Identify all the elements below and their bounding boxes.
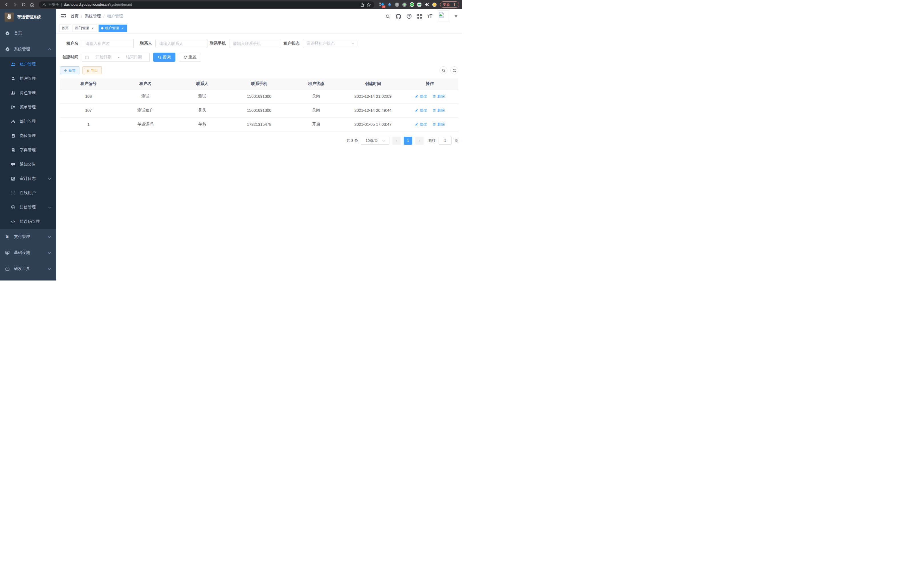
chevron-down-icon <box>48 177 51 180</box>
system-management-submenu: 租户管理 用户管理 角色管理 菜单管理 部门管理 岗位管理 <box>0 57 56 229</box>
browser-chrome: 不安全 dashboard.yudao.iocoder.cn/system/te… <box>0 0 462 9</box>
delete-button[interactable]: 删除 <box>433 94 445 99</box>
sidebar-group-payment[interactable]: ¥ 支付管理 <box>0 229 56 245</box>
cell-actions: 修改 删除 <box>401 103 458 117</box>
shield-icon <box>10 205 15 210</box>
start-date-input[interactable]: 开始日期 <box>91 55 116 60</box>
sidebar-item-dict-management[interactable]: 字典管理 <box>0 143 56 157</box>
bookmark-star-icon[interactable] <box>367 3 371 7</box>
sidebar-item-online-users[interactable]: 在线用户 <box>0 186 56 200</box>
header-search-icon[interactable] <box>386 14 390 19</box>
add-button[interactable]: 新增 <box>60 66 80 74</box>
share-icon[interactable] <box>360 3 364 7</box>
table-row: 108 测试 测试 15601691300 关闭 2021-12-14 21:0… <box>60 89 458 103</box>
search-button[interactable]: 搜索 <box>153 53 176 62</box>
contact-input[interactable] <box>155 39 207 48</box>
sidebar-item-sms-management[interactable]: 短信管理 <box>0 200 56 214</box>
browser-update-button[interactable]: 更新 ⋮ <box>440 2 459 8</box>
fullscreen-icon[interactable] <box>417 14 422 19</box>
close-tab-icon[interactable]: × <box>121 26 124 30</box>
cell-tenant-id: 1 <box>60 117 117 131</box>
goto-label: 前往 <box>428 138 436 143</box>
next-page-button[interactable]: › <box>415 137 424 145</box>
sidebar-group-dev-tools[interactable]: 研发工具 <box>0 261 56 277</box>
extension-icon[interactable] <box>417 3 422 7</box>
goto-page-input[interactable] <box>439 137 452 145</box>
sidebar-toggle-icon[interactable] <box>61 14 66 19</box>
breadcrumb-item[interactable]: 首页 <box>70 14 79 19</box>
extension-icon[interactable]: Y <box>410 2 414 7</box>
tenant-name-input[interactable] <box>82 39 134 48</box>
sidebar-item-audit-log[interactable]: 审计日志 <box>0 171 56 186</box>
tab-tenant-management[interactable]: 租户管理 × <box>99 25 127 32</box>
sidebar-group-infrastructure[interactable]: 基础设施 <box>0 245 56 261</box>
extension-icon[interactable] <box>432 3 436 7</box>
download-icon <box>86 69 89 72</box>
tab-dept-management[interactable]: 部门管理 × <box>73 25 97 32</box>
prev-page-button[interactable]: ‹ <box>392 137 401 145</box>
refresh-table-button[interactable] <box>450 66 458 74</box>
cell-mobile: 15601691300 <box>231 103 287 117</box>
breadcrumb-item[interactable]: 系统管理 <box>85 14 101 19</box>
app-logo[interactable]: 芋道管理系统 <box>0 9 56 25</box>
browser-home-icon[interactable] <box>28 1 36 8</box>
cell-mobile: 17321315478 <box>231 117 287 131</box>
chevron-down-icon <box>48 267 51 270</box>
cell-status: 开启 <box>288 117 345 131</box>
edit-button[interactable]: 修改 <box>415 108 427 113</box>
help-icon[interactable]: ? <box>406 14 412 19</box>
close-tab-icon[interactable]: × <box>91 26 94 30</box>
sidebar-group-system-management[interactable]: 系统管理 <box>0 41 56 57</box>
table-row: 107 测试租户 秃头 15601691300 关闭 2021-12-14 20… <box>60 103 458 117</box>
extension-icon[interactable]: ⌘ <box>395 3 399 7</box>
avatar[interactable] <box>438 11 449 22</box>
github-icon[interactable] <box>396 14 401 19</box>
end-date-input[interactable]: 结束日期 <box>121 55 147 60</box>
mobile-input[interactable] <box>229 39 281 48</box>
avatar-dropdown-icon[interactable] <box>454 15 458 17</box>
status-select[interactable]: 请选择租户状态 <box>303 39 357 48</box>
browser-forward-icon[interactable] <box>11 1 19 8</box>
cell-created: 2021-01-05 17:03:47 <box>345 117 401 131</box>
tab-home[interactable]: 首页 <box>59 25 71 32</box>
show-search-button[interactable] <box>440 66 447 74</box>
extension-icon[interactable] <box>424 2 429 7</box>
browser-address-bar[interactable]: 不安全 dashboard.yudao.iocoder.cn/system/te… <box>39 2 374 8</box>
edit-button[interactable]: 修改 <box>415 94 427 99</box>
sidebar-item-menu-management[interactable]: 菜单管理 <box>0 100 56 114</box>
sidebar-item-post-management[interactable]: 岗位管理 <box>0 129 56 143</box>
extension-icon[interactable] <box>402 3 406 7</box>
edit-button[interactable]: 修改 <box>415 122 427 127</box>
sidebar-item-dept-management[interactable]: 部门管理 <box>0 114 56 129</box>
delete-button[interactable]: 删除 <box>433 108 445 113</box>
extension-icon[interactable] <box>387 2 392 7</box>
browser-back-icon[interactable] <box>3 1 10 8</box>
column-header: 租户名 <box>117 78 174 89</box>
sidebar: 芋道管理系统 首页 系统管理 租户管理 用户管理 角色管理 <box>0 9 56 281</box>
gear-icon <box>5 47 10 51</box>
page-number-button[interactable]: 1 <box>404 137 412 145</box>
cell-actions: 修改 删除 <box>401 89 458 103</box>
yen-icon: ¥ <box>5 234 10 240</box>
export-button[interactable]: 导出 <box>82 66 102 74</box>
browser-menu-icon[interactable]: ⋮ <box>453 3 456 7</box>
sidebar-item-notice[interactable]: 通知公告 <box>0 157 56 171</box>
dictionary-icon <box>10 148 15 152</box>
sidebar-item-tenant-management[interactable]: 租户管理 <box>0 57 56 71</box>
reset-button[interactable]: 重置 <box>179 53 201 62</box>
delete-button[interactable]: 删除 <box>433 122 445 127</box>
browser-reload-icon[interactable] <box>20 1 27 8</box>
sidebar-item-user-management[interactable]: 用户管理 <box>0 71 56 86</box>
create-time-range-picker[interactable]: 开始日期 - 结束日期 <box>82 53 150 62</box>
cell-tenant-id: 108 <box>60 89 117 103</box>
trash-icon <box>433 123 436 126</box>
font-size-icon[interactable]: TT <box>428 14 432 19</box>
extension-icon[interactable]: 10 <box>380 2 384 7</box>
sidebar-item-error-code-management[interactable]: </> 错误码管理 <box>0 214 56 229</box>
cell-tenant-name: 测试租户 <box>117 103 174 117</box>
sidebar-item-role-management[interactable]: 角色管理 <box>0 86 56 100</box>
cell-actions: 修改 删除 <box>401 117 458 131</box>
sidebar-item-home[interactable]: 首页 <box>0 25 56 41</box>
page-size-select[interactable]: 10条/页 <box>361 137 389 145</box>
svg-text:?: ? <box>408 15 410 18</box>
